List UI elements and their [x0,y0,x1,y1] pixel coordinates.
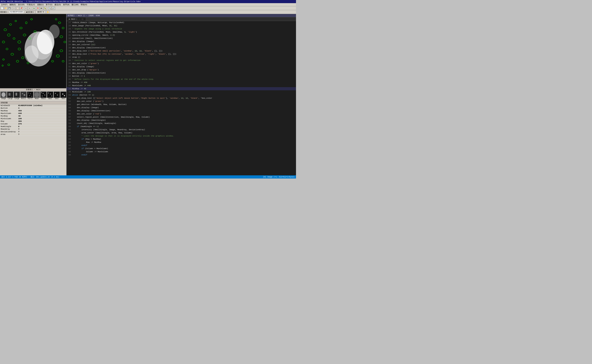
menu-op[interactable]: 算子(O) [45,3,54,6]
svg-point-18 [8,64,10,66]
imgvar-smal3[interactable]: Smal [54,91,60,100]
imgvar-large1[interactable]: Large [7,91,13,100]
code-line[interactable]: 60 if (NumSingle == 1) [67,125,296,128]
code-line[interactable]: 33dev_display (Image) [67,40,296,43]
menu-func[interactable]: 函数(U) [36,3,45,6]
code-line[interactable]: 54 dev_display (Image) [67,106,296,109]
code-line[interactable]: 31opening_circle (SmallRaw, Small, 2.5) [67,34,296,37]
code-line[interactable]: 63 * Limit the message so that it is dis… [67,134,296,137]
line-number: 49 [67,91,72,93]
code-line[interactable]: 40dev_set_color ('green') [67,62,296,65]
code-line[interactable]: 52 dev_set_color ('green') [67,100,296,103]
menu-suggest[interactable]: 建议(S) [54,3,62,6]
stop-button[interactable]: ■ [36,7,40,10]
code-line[interactable]: 39* Continue to select several regions a… [67,59,296,62]
code-line[interactable]: 41dev_display (Image) [67,65,296,68]
zoom-out-button[interactable]: 🔎 [52,7,55,10]
svg-point-26 [21,57,24,59]
imgvar-small1[interactable]: Small [40,91,47,100]
menu-file[interactable]: 文件(F) [0,3,8,6]
svg-point-12 [2,41,5,43]
line-number: 66 [67,144,72,146]
code-line[interactable]: 27reduce_domain (Image, NotLarge, Partic… [67,21,296,24]
code-line[interactable]: 34dev_set_colored (12) [67,43,296,46]
code-line[interactable]: 44Button := 1 [67,75,296,78]
line-content: dev_display (SmallConnection) [72,47,106,49]
code-line[interactable]: 29* Segment the image using a local thre… [67,27,296,30]
code-line[interactable]: 47MaxColumn := 440 [67,84,296,87]
menu-window[interactable]: 窗口(W) [70,3,80,6]
new-button[interactable]: 📄 [0,7,4,10]
image-area[interactable] [0,14,66,88]
copy-button[interactable]: 📋 [16,7,20,10]
menu-visual[interactable]: 可视化(V) [26,3,36,6]
imgvar-large2[interactable]: Large [14,91,20,100]
code-line[interactable]: 36dev_disp_text ('Extracted small partic… [67,49,296,52]
line-content: stop () [72,56,80,58]
code-line[interactable]: 42dev_set_draw ('margin') [67,68,296,72]
tab-arrows: ◀▶ [68,18,70,20]
code-line[interactable]: 69 endif [67,153,296,156]
cut-button[interactable]: ✂ [12,7,16,10]
redo-button[interactable]: ↪ [28,7,31,10]
zoom-in-button[interactable]: 🔍 [48,7,52,10]
run-button[interactable]: ▶ [33,7,36,10]
ctrl-var-name: MaxRow [1,110,18,112]
zoom-select-button[interactable]: ■100 % [35,11,46,14]
svg-point-53 [34,92,39,97]
editor-tab-main[interactable]: ◀▶ main（：：：） [67,18,86,21]
code-line[interactable]: 48MinRow := 40 [67,87,296,90]
svg-point-65 [57,95,58,95]
code-line[interactable]: 51 dev_disp_text (['Select object with l… [67,97,296,100]
pan-button[interactable]: ✋ [46,11,50,14]
paste-button[interactable]: 📌 [20,7,23,10]
save-button[interactable]: 💾 [8,7,11,10]
code-line[interactable]: 64 if (Row > MaxRow) [67,137,296,141]
imgvar-notli[interactable]: NotLi [20,91,27,100]
open-button[interactable]: 📂 [4,7,7,10]
code-line[interactable]: 30dyn_threshold (ParticlesRed, Mean, Sma… [67,30,296,34]
code-line[interactable]: 50while (Button == 1) [67,93,296,97]
code-line[interactable]: 46MaxRow := 450 [67,81,296,84]
imgvar-parti[interactable]: Parti [27,91,33,100]
code-line[interactable]: 61 intensity (SmallSingle, Image, MeanGr… [67,128,296,131]
fit-window-button[interactable]: ■适应窗口 [25,11,35,14]
code-line[interactable]: 35dev_display (SmallConnection) [67,46,296,49]
menu-exec[interactable]: 执行(R) [17,3,26,6]
code-line[interactable]: 43dev_display (SmallConnection) [67,72,296,75]
ctrl-var-row: Area? [0,133,66,136]
code-line[interactable]: 56 dev_set_color ('red') [67,112,296,116]
code-line[interactable]: 67 if (Column > MaxColumn) [67,147,296,150]
code-line[interactable]: 62 area_center (SmallSingle, Area, Row, … [67,131,296,134]
code-line[interactable]: 38stop () [67,56,296,59]
menu-assistant[interactable]: 助手(A) [62,3,71,6]
code-line[interactable]: 57 select_region_point (SmallConnection,… [67,116,296,119]
code-line[interactable]: 66 endif [67,144,296,147]
imgvar-smal2[interactable]: Smal [47,91,53,100]
svg-point-14 [6,48,8,50]
imgvar-mean[interactable]: Mean [34,91,40,100]
code-line[interactable]: 55 dev_display (SmallConnection) [67,109,296,112]
menu-help[interactable]: 帮助(H) [80,3,88,6]
imgvar-smal4[interactable]: Smal [60,91,66,100]
code-line[interactable]: 28mean_image (ParticlesRed, Mean, 31, 31… [67,24,296,27]
code-line[interactable]: 45* Define limits for the displayed mess… [67,78,296,81]
code-line[interactable]: 53 get_mbutton (WindowID, Row, Column, B… [67,103,296,106]
line-content: dev_set_draw ('margin') [72,69,99,71]
debug-button[interactable]: 🐛 [43,7,47,10]
imgvar-image[interactable]: Image [0,91,7,100]
code-line[interactable]: 58 dev_display (SmallSingle) [67,119,296,122]
title-text: MVTec HALCON HDevelop - C:/Users/Public/… [1,1,141,3]
svg-point-48 [30,93,31,94]
code-line[interactable]: 68 Column := MaxColumn [67,150,296,153]
undo-button[interactable]: ↩ [24,7,28,10]
code-area[interactable]: 27reduce_domain (Image, NotLarge, Partic… [67,21,296,175]
svg-point-25 [64,41,66,43]
code-line[interactable]: 37dev_disp_text ('Press Run (F5) to cont… [67,52,296,56]
code-line[interactable]: 65 Row := MaxRow [67,141,296,144]
code-line[interactable]: 49MinColumn := 100 [67,90,296,93]
code-line[interactable]: 32connection (Small, SmallConnection) [67,37,296,40]
menu-edit[interactable]: 编辑(E) [8,3,17,6]
code-line[interactable]: 59 count_obj (SmallSingle, NumSingle) [67,122,296,125]
step-button[interactable]: ⏭ [40,7,43,10]
